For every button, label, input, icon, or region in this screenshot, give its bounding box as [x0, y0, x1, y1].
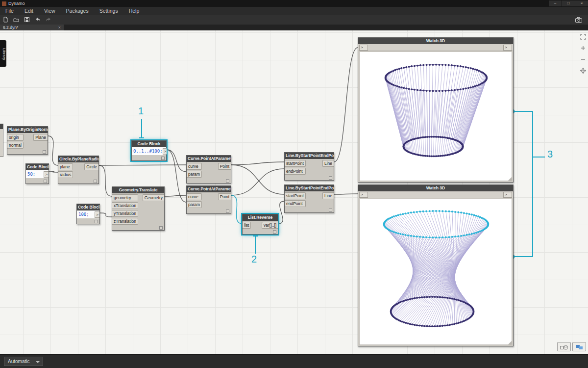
- lacing-indicator[interactable]: [94, 180, 97, 183]
- node-title[interactable]: Code Block: [77, 204, 99, 210]
- lacing-indicator[interactable]: [43, 150, 46, 154]
- input-port-radius[interactable]: radius: [58, 171, 73, 178]
- lacing-indicator[interactable]: [226, 210, 229, 213]
- minimize-button[interactable]: –: [549, 0, 562, 6]
- output-port-var[interactable]: var[]..[]: [262, 222, 278, 229]
- input-port-param[interactable]: param: [187, 171, 202, 178]
- input-port-plane[interactable]: plane: [58, 163, 73, 170]
- input-port[interactable]: >: [359, 192, 368, 198]
- input-port-ytranslation[interactable]: yTranslation: [112, 210, 138, 217]
- input-port-startpoint[interactable]: startPoint: [285, 160, 306, 167]
- input-port-list[interactable]: list: [243, 222, 251, 229]
- node-title[interactable]: Code Block: [26, 164, 49, 170]
- input-port-normal[interactable]: normal: [7, 142, 24, 149]
- input-port-endpoint[interactable]: endPoint: [285, 200, 306, 207]
- library-flyout-tab[interactable]: Library: [0, 40, 6, 67]
- zoom-out-icon[interactable]: [580, 56, 587, 65]
- node-curve-pointatparameter-bottom[interactable]: Curve.PointAtParameter curve param Point: [186, 185, 231, 214]
- save-icon[interactable]: [22, 16, 32, 24]
- node-title[interactable]: Code Block: [132, 141, 166, 147]
- offscreen-node[interactable]: [0, 124, 3, 157]
- node-plane-byoriginnormal[interactable]: Plane.ByOriginNormal origin normal Plane: [7, 126, 48, 155]
- redo-icon[interactable]: [43, 16, 54, 24]
- new-file-icon[interactable]: [0, 16, 11, 24]
- watch3d-viewport[interactable]: [359, 52, 512, 181]
- node-title[interactable]: List.Reverse: [243, 214, 278, 221]
- output-port-line[interactable]: Line: [322, 160, 334, 167]
- lacing-indicator[interactable]: [329, 209, 332, 212]
- node-code-block-range[interactable]: Code Block 0..1..#100; >: [131, 140, 167, 161]
- input-port-ztranslation[interactable]: zTranslation: [112, 218, 138, 225]
- lacing-indicator[interactable]: [95, 220, 98, 223]
- lacing-indicator[interactable]: [44, 180, 47, 183]
- input-port-origin[interactable]: origin: [7, 134, 24, 141]
- code-text[interactable]: 0..1..#100;: [132, 149, 163, 154]
- node-title[interactable]: Curve.PointAtParameter: [187, 156, 231, 162]
- node-list-reverse[interactable]: List.Reverse list var[]..[]: [242, 214, 278, 235]
- code-text[interactable]: 100;: [77, 212, 89, 217]
- menu-packages[interactable]: Packages: [61, 8, 94, 14]
- output-port[interactable]: >: [503, 192, 512, 198]
- tab-close-icon[interactable]: ×: [58, 25, 61, 30]
- output-port-point[interactable]: Point: [218, 163, 231, 170]
- run-mode-dropdown[interactable]: Automatic: [4, 357, 43, 366]
- node-title[interactable]: Curve.PointAtParameter: [187, 186, 231, 192]
- input-port[interactable]: >: [359, 45, 368, 51]
- output-port-plane[interactable]: Plane: [33, 134, 48, 141]
- menu-edit[interactable]: Edit: [19, 8, 39, 14]
- node-title[interactable]: Circle.ByPlaneRadius: [58, 156, 98, 162]
- lacing-indicator[interactable]: [161, 157, 165, 160]
- node-title[interactable]: Watch 3D: [358, 38, 513, 44]
- node-circle-byplaneradius[interactable]: Circle.ByPlaneRadius plane radius Circle: [58, 156, 99, 184]
- maximize-button[interactable]: □: [562, 0, 575, 6]
- code-text[interactable]: 50;: [26, 172, 35, 177]
- node-title[interactable]: Watch 3D: [358, 185, 513, 191]
- open-folder-icon[interactable]: [11, 16, 22, 24]
- output-port-line[interactable]: Line: [322, 192, 334, 199]
- node-geometry-translate[interactable]: Geometry.Translate geometry xTranslation…: [112, 186, 165, 231]
- pan-icon[interactable]: [580, 67, 587, 76]
- output-port[interactable]: >: [95, 211, 99, 218]
- lacing-indicator[interactable]: [273, 230, 276, 234]
- node-title[interactable]: Geometry.Translate: [112, 187, 164, 193]
- lacing-indicator[interactable]: [159, 226, 163, 230]
- output-port-circle[interactable]: Circle: [84, 163, 98, 170]
- output-port[interactable]: >: [163, 148, 168, 155]
- zoom-fit-icon[interactable]: [580, 33, 587, 42]
- menu-file[interactable]: File: [0, 8, 19, 14]
- node-watch3d-top[interactable]: Watch 3D > >: [358, 37, 514, 183]
- node-curve-pointatparameter-top[interactable]: Curve.PointAtParameter curve param Point: [186, 155, 231, 184]
- close-button[interactable]: ×: [575, 0, 588, 6]
- undo-icon[interactable]: [32, 16, 43, 24]
- input-port-curve[interactable]: curve: [187, 193, 202, 200]
- menu-help[interactable]: Help: [123, 8, 145, 14]
- node-line-bystartpointendpoint-top[interactable]: Line.ByStartPointEndPoint startPoint end…: [284, 152, 334, 181]
- input-port-startpoint[interactable]: startPoint: [285, 192, 306, 199]
- resize-handle-icon[interactable]: [508, 177, 512, 181]
- input-port-curve[interactable]: curve: [187, 163, 202, 170]
- menu-view[interactable]: View: [39, 8, 61, 14]
- watch3d-viewport[interactable]: [359, 199, 512, 345]
- input-port-geometry[interactable]: geometry: [112, 194, 138, 201]
- lacing-indicator[interactable]: [226, 179, 229, 183]
- node-title[interactable]: Line.ByStartPointEndPoint: [285, 185, 334, 191]
- geometry-preview-icon[interactable]: [557, 342, 571, 351]
- node-title[interactable]: Plane.ByOriginNormal: [7, 127, 48, 133]
- camera-export-icon[interactable]: [573, 16, 584, 24]
- zoom-in-icon[interactable]: [580, 45, 587, 53]
- input-port-endpoint[interactable]: endPoint: [285, 168, 306, 175]
- output-port-point[interactable]: Point: [218, 193, 231, 200]
- background-preview-icon[interactable]: [572, 342, 586, 351]
- menu-settings[interactable]: Settings: [94, 8, 123, 14]
- output-port[interactable]: >: [503, 45, 512, 51]
- output-port[interactable]: >: [44, 171, 49, 178]
- node-code-block-100[interactable]: Code Block 100; >: [76, 204, 100, 224]
- tab-6-2-dyn[interactable]: 6.2.dyn* ×: [0, 25, 64, 30]
- node-code-block-50[interactable]: Code Block 50; >: [25, 163, 49, 184]
- input-port-param[interactable]: param: [187, 201, 202, 208]
- node-watch3d-bottom[interactable]: Watch 3D > >: [358, 184, 514, 346]
- lacing-indicator[interactable]: [329, 176, 332, 180]
- resize-handle-icon[interactable]: [508, 341, 512, 344]
- node-title[interactable]: Line.ByStartPointEndPoint: [285, 153, 334, 159]
- node-line-bystartpointendpoint-bottom[interactable]: Line.ByStartPointEndPoint startPoint end…: [284, 184, 334, 213]
